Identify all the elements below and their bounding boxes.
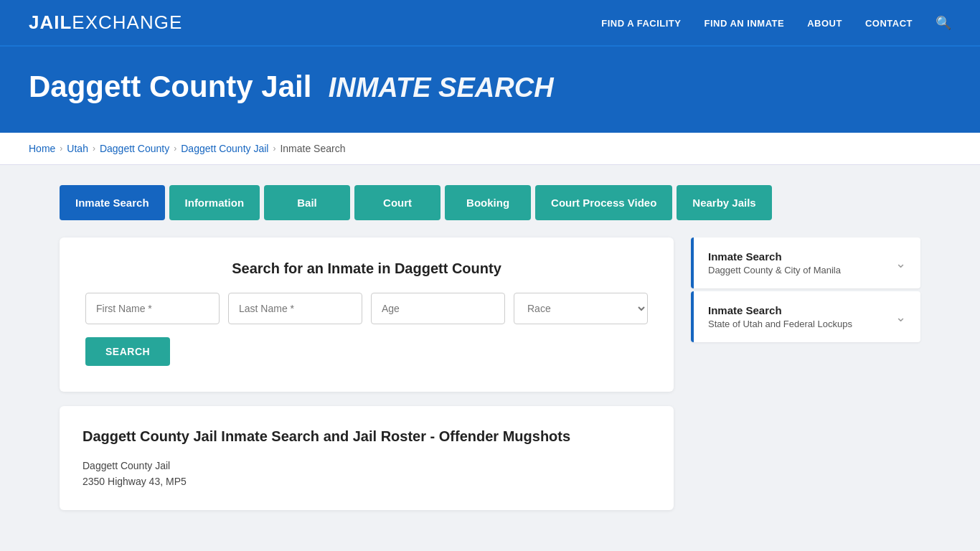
sidebar-card-state-text: Inmate Search State of Utah and Federal …	[708, 304, 852, 329]
hero-title-italic: INMATE SEARCH	[329, 72, 554, 103]
tab-nearby-jails[interactable]: Nearby Jails	[677, 185, 771, 220]
hero-title: Daggett County Jail INMATE SEARCH	[29, 70, 951, 104]
breadcrumb-sep-4: ›	[273, 143, 275, 154]
chevron-down-icon-2: ⌄	[895, 309, 906, 325]
nav-search-icon[interactable]: 🔍	[936, 15, 951, 31]
breadcrumb-sep-2: ›	[93, 143, 95, 154]
info-box: Daggett County Jail Inmate Search and Ja…	[60, 406, 674, 510]
breadcrumb-sep-3: ›	[174, 143, 176, 154]
sidebar-card-state[interactable]: Inmate Search State of Utah and Federal …	[691, 291, 920, 342]
sidebar: Inmate Search Daggett County & City of M…	[691, 237, 920, 510]
race-select[interactable]: Race White Black Hispanic Asian Other	[514, 293, 648, 324]
nav-menu: FIND A FACILITY FIND AN INMATE ABOUT CON…	[601, 15, 951, 31]
site-logo[interactable]: JAILEXCHANGE	[29, 11, 182, 34]
info-heading: Daggett County Jail Inmate Search and Ja…	[83, 426, 651, 446]
tab-inmate-search[interactable]: Inmate Search	[60, 185, 165, 220]
nav-link-inmate[interactable]: FIND AN INMATE	[704, 18, 784, 29]
age-input[interactable]	[371, 293, 505, 324]
first-name-input[interactable]	[85, 293, 220, 324]
facility-address: 2350 Highway 43, MP5	[83, 474, 651, 489]
chevron-down-icon: ⌄	[895, 255, 906, 271]
sidebar-card-county-subtitle: Daggett County & City of Manila	[708, 265, 841, 276]
nav-item-contact[interactable]: CONTACT	[865, 17, 913, 29]
sidebar-card-county-title: Inmate Search	[708, 250, 841, 263]
tab-bar: Inmate Search Information Bail Court Boo…	[60, 185, 920, 220]
nav-item-inmate[interactable]: FIND AN INMATE	[704, 17, 784, 29]
logo-jail: JAIL	[29, 11, 72, 34]
sidebar-card-county-text: Inmate Search Daggett County & City of M…	[708, 250, 841, 276]
nav-link-contact[interactable]: CONTACT	[865, 18, 913, 29]
breadcrumb-current: Inmate Search	[280, 143, 345, 154]
main-panel: Search for an Inmate in Daggett County R…	[60, 237, 674, 510]
search-heading: Search for an Inmate in Daggett County	[85, 260, 648, 277]
tab-bail[interactable]: Bail	[264, 185, 350, 220]
search-box: Search for an Inmate in Daggett County R…	[60, 237, 674, 392]
navbar: JAILEXCHANGE FIND A FACILITY FIND AN INM…	[0, 0, 980, 47]
nav-link-facility[interactable]: FIND A FACILITY	[601, 18, 681, 29]
breadcrumb-sep-1: ›	[60, 143, 62, 154]
sidebar-card-state-subtitle: State of Utah and Federal Lockups	[708, 319, 852, 329]
search-fields: Race White Black Hispanic Asian Other	[85, 293, 648, 324]
tab-information[interactable]: Information	[169, 185, 260, 220]
search-button[interactable]: SEARCH	[85, 337, 170, 366]
breadcrumb-bar: Home › Utah › Daggett County › Daggett C…	[0, 133, 980, 165]
tab-booking[interactable]: Booking	[445, 185, 531, 220]
content-area: Search for an Inmate in Daggett County R…	[60, 237, 920, 510]
tab-court[interactable]: Court	[354, 185, 440, 220]
facility-name: Daggett County Jail	[83, 458, 651, 474]
last-name-input[interactable]	[228, 293, 362, 324]
hero-section: Daggett County Jail INMATE SEARCH	[0, 47, 980, 133]
breadcrumb-jail[interactable]: Daggett County Jail	[181, 143, 268, 154]
hero-title-main: Daggett County Jail	[29, 70, 311, 103]
nav-item-facility[interactable]: FIND A FACILITY	[601, 17, 681, 29]
breadcrumb-utah[interactable]: Utah	[67, 143, 88, 154]
breadcrumb: Home › Utah › Daggett County › Daggett C…	[29, 143, 951, 154]
logo-exchange: EXCHANGE	[72, 11, 182, 34]
main-content: Inmate Search Information Bail Court Boo…	[31, 165, 949, 530]
sidebar-card-county[interactable]: Inmate Search Daggett County & City of M…	[691, 237, 920, 288]
breadcrumb-daggett-county[interactable]: Daggett County	[100, 143, 169, 154]
nav-item-about[interactable]: ABOUT	[807, 17, 842, 29]
breadcrumb-home[interactable]: Home	[29, 143, 55, 154]
sidebar-card-state-title: Inmate Search	[708, 304, 852, 316]
tab-court-process-video[interactable]: Court Process Video	[535, 185, 672, 220]
nav-link-about[interactable]: ABOUT	[807, 18, 842, 29]
